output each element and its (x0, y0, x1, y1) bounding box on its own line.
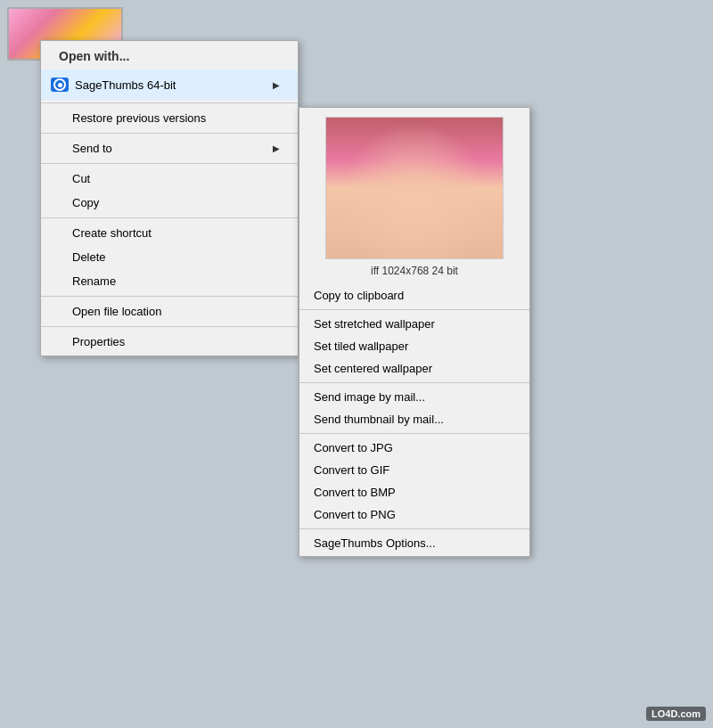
menu-item-restore[interactable]: Restore previous versions (41, 106, 298, 130)
menu-divider (41, 163, 298, 164)
watermark: LO4D.com (646, 707, 706, 721)
submenu-arrow-icon: ▶ (273, 143, 280, 153)
submenu-item-copy-clipboard[interactable]: Copy to clipboard (299, 284, 529, 307)
submenu-item-convert-jpg[interactable]: Convert to JPG (299, 437, 529, 459)
context-menu-main: Open with... SageThumbs 64-bit ▶ Restore… (40, 40, 299, 356)
menu-item-open-file-location-label: Open file location (72, 305, 161, 318)
menu-item-cut[interactable]: Cut (41, 167, 298, 191)
submenu-arrow-icon: ▶ (273, 80, 280, 90)
image-info: iff 1024x768 24 bit (371, 265, 458, 277)
submenu-item-stretched-wallpaper[interactable]: Set stretched wallpaper (299, 313, 529, 335)
image-preview-container: iff 1024x768 24 bit (299, 110, 529, 284)
submenu-item-send-thumbnail-mail[interactable]: Send thumbnail by mail... (299, 408, 529, 430)
menu-item-rename-label: Rename (72, 274, 116, 288)
submenu-item-send-image-mail[interactable]: Send image by mail... (299, 386, 529, 408)
sub-menu-divider (299, 382, 529, 383)
sub-menu-divider (299, 433, 529, 434)
menu-item-delete-label: Delete (72, 250, 106, 264)
menu-divider (41, 133, 298, 134)
menu-item-sagethumbs[interactable]: SageThumbs 64-bit ▶ (41, 70, 298, 100)
sagethumbs-icon (50, 75, 70, 94)
preview-image (325, 117, 504, 259)
menu-item-sendto[interactable]: Send to ▶ (41, 136, 298, 160)
menu-item-copy-label: Copy (72, 196, 99, 209)
submenu-item-centered-wallpaper[interactable]: Set centered wallpaper (299, 357, 529, 380)
submenu-item-convert-gif[interactable]: Convert to GIF (299, 459, 529, 481)
menu-item-create-shortcut[interactable]: Create shortcut (41, 221, 298, 245)
menu-item-open-file-location[interactable]: Open file location (41, 299, 298, 323)
submenu-item-convert-bmp[interactable]: Convert to BMP (299, 481, 529, 503)
menu-item-restore-label: Restore previous versions (72, 111, 206, 125)
menu-divider (41, 296, 298, 297)
submenu-item-sagethumbs-options[interactable]: SageThumbs Options... (299, 532, 529, 554)
menu-item-properties-label: Properties (72, 335, 125, 348)
submenu-item-tiled-wallpaper[interactable]: Set tiled wallpaper (299, 335, 529, 357)
menu-item-cut-label: Cut (72, 172, 90, 185)
menu-item-rename[interactable]: Rename (41, 269, 298, 293)
menu-header-open-with: Open with... (41, 43, 298, 70)
menu-item-create-shortcut-label: Create shortcut (72, 226, 152, 240)
menu-item-sendto-label: Send to (72, 142, 112, 155)
submenu-item-convert-png[interactable]: Convert to PNG (299, 503, 529, 526)
sub-menu-divider (299, 309, 529, 310)
menu-item-delete[interactable]: Delete (41, 245, 298, 269)
menu-item-copy[interactable]: Copy (41, 191, 298, 215)
context-menu-sagethumbs: iff 1024x768 24 bit Copy to clipboard Se… (299, 107, 530, 557)
menu-divider (41, 102, 298, 103)
menu-item-properties[interactable]: Properties (41, 330, 298, 354)
sub-menu-divider (299, 528, 529, 529)
menu-divider (41, 326, 298, 327)
menu-divider (41, 217, 298, 218)
menu-item-sagethumbs-label: SageThumbs 64-bit (75, 78, 176, 92)
